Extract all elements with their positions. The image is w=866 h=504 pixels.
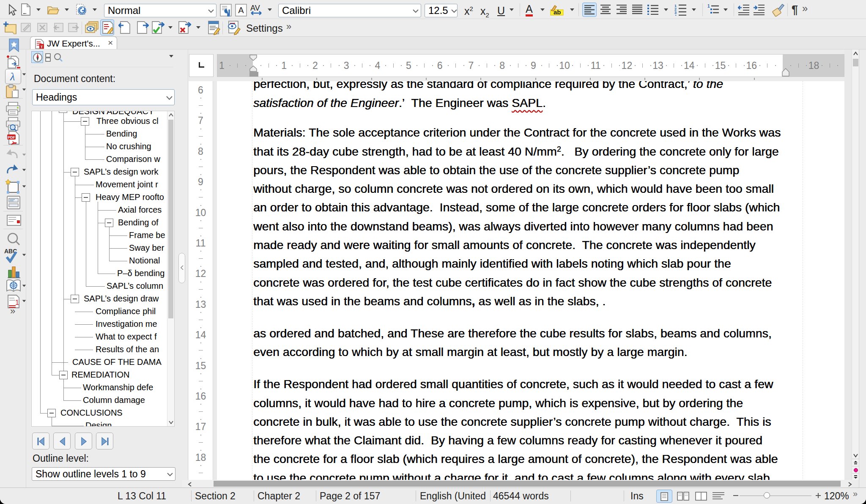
svg-text:λ: λ	[10, 71, 15, 82]
svg-text:1: 1	[15, 299, 19, 306]
svg-text:AV: AV	[250, 4, 260, 12]
svg-text:A: A	[238, 5, 244, 15]
svg-text:T: T	[41, 45, 43, 49]
svg-text:1: 1	[707, 4, 710, 8]
svg-text:4: 4	[674, 14, 677, 16]
svg-text:PDF: PDF	[8, 135, 16, 140]
